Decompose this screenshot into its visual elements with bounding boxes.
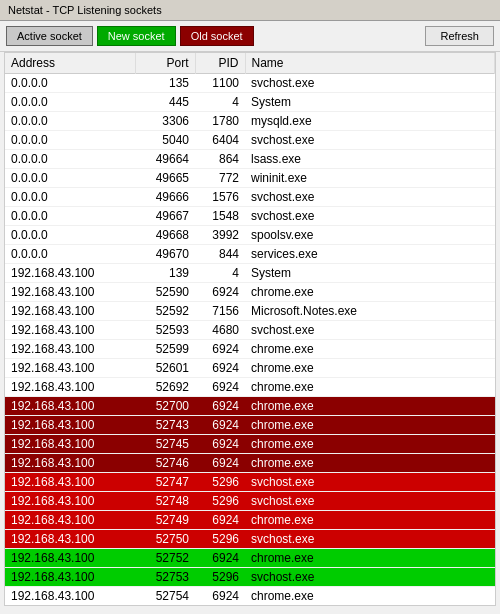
cell-address: 192.168.43.100 (5, 302, 135, 321)
cell-name: svchost.exe (245, 473, 495, 492)
cell-pid: 1780 (195, 112, 245, 131)
cell-name: chrome.exe (245, 378, 495, 397)
table-row[interactable]: 0.0.0.049664864lsass.exe (5, 150, 495, 169)
cell-address: 0.0.0.0 (5, 207, 135, 226)
cell-address: 192.168.43.100 (5, 340, 135, 359)
cell-port: 52692 (135, 378, 195, 397)
cell-name: chrome.exe (245, 511, 495, 530)
cell-port: 52592 (135, 302, 195, 321)
cell-address: 0.0.0.0 (5, 188, 135, 207)
cell-address: 192.168.43.100 (5, 587, 135, 606)
cell-pid: 5296 (195, 568, 245, 587)
cell-port: 5040 (135, 131, 195, 150)
table-row[interactable]: 192.168.43.100525996924chrome.exe (5, 340, 495, 359)
cell-pid: 1548 (195, 207, 245, 226)
cell-name: chrome.exe (245, 549, 495, 568)
table-row[interactable]: 192.168.43.100527436924chrome.exe (5, 416, 495, 435)
cell-address: 0.0.0.0 (5, 245, 135, 264)
cell-port: 52748 (135, 492, 195, 511)
cell-port: 52754 (135, 587, 195, 606)
cell-port: 52593 (135, 321, 195, 340)
cell-pid: 7156 (195, 302, 245, 321)
table-row[interactable]: 192.168.43.100526016924chrome.exe (5, 359, 495, 378)
cell-port: 49666 (135, 188, 195, 207)
table-row[interactable]: 0.0.0.0496671548svchost.exe (5, 207, 495, 226)
table-row[interactable]: 192.168.43.100525906924chrome.exe (5, 283, 495, 302)
table-row[interactable]: 0.0.0.0496683992spoolsv.exe (5, 226, 495, 245)
old-socket-tab[interactable]: Old socket (180, 26, 254, 46)
cell-port: 445 (135, 93, 195, 112)
cell-address: 192.168.43.100 (5, 473, 135, 492)
cell-pid: 772 (195, 169, 245, 188)
window-title: Netstat - TCP Listening sockets (8, 4, 162, 16)
cell-address: 0.0.0.0 (5, 169, 135, 188)
table-row[interactable]: 192.168.43.100526926924chrome.exe (5, 378, 495, 397)
table-row[interactable]: 0.0.0.01351100svchost.exe (5, 74, 495, 93)
cell-address: 192.168.43.100 (5, 435, 135, 454)
cell-address: 192.168.43.100 (5, 321, 135, 340)
cell-port: 49664 (135, 150, 195, 169)
table-container: Address Port PID Name 0.0.0.01351100svch… (4, 52, 496, 606)
cell-port: 49667 (135, 207, 195, 226)
cell-pid: 864 (195, 150, 245, 169)
cell-address: 0.0.0.0 (5, 112, 135, 131)
cell-address: 192.168.43.100 (5, 568, 135, 587)
cell-port: 49668 (135, 226, 195, 245)
cell-port: 52752 (135, 549, 195, 568)
table-row[interactable]: 0.0.0.049670844services.exe (5, 245, 495, 264)
cell-name: svchost.exe (245, 492, 495, 511)
table-row[interactable]: 192.168.43.100527496924chrome.exe (5, 511, 495, 530)
cell-address: 0.0.0.0 (5, 74, 135, 93)
cell-address: 192.168.43.100 (5, 378, 135, 397)
cell-port: 49670 (135, 245, 195, 264)
cell-pid: 5296 (195, 530, 245, 549)
cell-port: 135 (135, 74, 195, 93)
table-row[interactable]: 192.168.43.100527485296svchost.exe (5, 492, 495, 511)
table-row[interactable]: 192.168.43.1001394System (5, 264, 495, 283)
table-row[interactable]: 0.0.0.0496661576svchost.exe (5, 188, 495, 207)
table-row[interactable]: 192.168.43.100527535296svchost.exe (5, 568, 495, 587)
cell-name: svchost.exe (245, 530, 495, 549)
cell-name: mysqld.exe (245, 112, 495, 131)
table-row[interactable]: 192.168.43.100527556924chrome.exe (5, 606, 495, 607)
cell-name: chrome.exe (245, 587, 495, 606)
table-row[interactable]: 192.168.43.100527456924chrome.exe (5, 435, 495, 454)
table-row[interactable]: 0.0.0.033061780mysqld.exe (5, 112, 495, 131)
cell-address: 0.0.0.0 (5, 131, 135, 150)
cell-address: 192.168.43.100 (5, 359, 135, 378)
table-row[interactable]: 192.168.43.100527526924chrome.exe (5, 549, 495, 568)
cell-pid: 4 (195, 264, 245, 283)
cell-port: 52590 (135, 283, 195, 302)
cell-name: svchost.exe (245, 568, 495, 587)
refresh-button[interactable]: Refresh (425, 26, 494, 46)
table-row[interactable]: 192.168.43.100525927156Microsoft.Notes.e… (5, 302, 495, 321)
header-pid: PID (195, 53, 245, 74)
table-row[interactable]: 192.168.43.100527006924chrome.exe (5, 397, 495, 416)
cell-port: 52745 (135, 435, 195, 454)
table-row[interactable]: 192.168.43.100527546924chrome.exe (5, 587, 495, 606)
table-row[interactable]: 192.168.43.100527505296svchost.exe (5, 530, 495, 549)
table-row[interactable]: 0.0.0.049665772wininit.exe (5, 169, 495, 188)
cell-pid: 6924 (195, 606, 245, 607)
table-row[interactable]: 192.168.43.100527466924chrome.exe (5, 454, 495, 473)
header-address: Address (5, 53, 135, 74)
cell-name: services.exe (245, 245, 495, 264)
cell-pid: 6924 (195, 378, 245, 397)
cell-port: 52599 (135, 340, 195, 359)
cell-name: chrome.exe (245, 283, 495, 302)
cell-port: 52746 (135, 454, 195, 473)
table-row[interactable]: 0.0.0.04454System (5, 93, 495, 112)
cell-port: 52700 (135, 397, 195, 416)
cell-pid: 6924 (195, 549, 245, 568)
cell-name: spoolsv.exe (245, 226, 495, 245)
cell-pid: 6404 (195, 131, 245, 150)
table-row[interactable]: 0.0.0.050406404svchost.exe (5, 131, 495, 150)
cell-name: svchost.exe (245, 74, 495, 93)
table-row[interactable]: 192.168.43.100527475296svchost.exe (5, 473, 495, 492)
cell-address: 192.168.43.100 (5, 416, 135, 435)
active-socket-tab[interactable]: Active socket (6, 26, 93, 46)
new-socket-tab[interactable]: New socket (97, 26, 176, 46)
cell-name: lsass.exe (245, 150, 495, 169)
table-row[interactable]: 192.168.43.100525934680svchost.exe (5, 321, 495, 340)
cell-name: chrome.exe (245, 340, 495, 359)
